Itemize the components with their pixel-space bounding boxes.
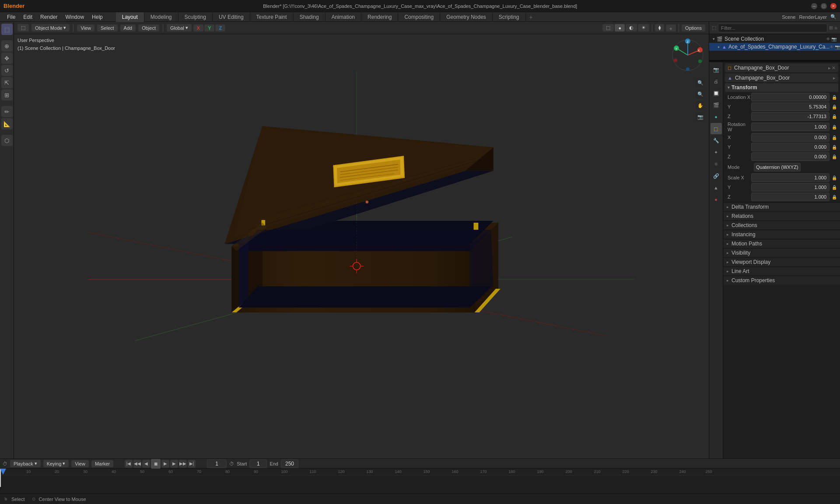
tab-geometry-nodes[interactable]: Geometry Nodes — [440, 12, 493, 22]
prop-tab-physics[interactable]: ⚛ — [710, 158, 722, 170]
tab-scripting[interactable]: Scripting — [493, 12, 526, 22]
outliner-item-scene-collection[interactable]: ▾ 🎬 Scene Collection 👁 📷 — [709, 35, 840, 43]
outliner-options-button[interactable]: ≡ — [835, 25, 837, 31]
toolbar-rotate[interactable]: ↺ — [1, 65, 13, 76]
object-menu-button[interactable]: Object — [138, 24, 159, 32]
collections-section[interactable]: ▸ Collections — [723, 220, 840, 230]
object-name-options[interactable]: ✕ — [832, 65, 836, 71]
pan-view-button[interactable]: ✋ — [696, 101, 705, 110]
prop-tab-scene[interactable]: 🎬 — [710, 99, 722, 111]
rotation-w-lock[interactable]: 🔒 — [830, 122, 838, 131]
jump-start-button[interactable]: |◀ — [125, 460, 133, 468]
location-x-lock[interactable]: 🔒 — [830, 93, 838, 102]
rotation-x-input[interactable] — [751, 133, 830, 142]
rotation-x-lock[interactable]: 🔒 — [830, 133, 838, 142]
location-y-input[interactable] — [751, 102, 830, 111]
instancing-section[interactable]: ▸ Instancing — [723, 230, 840, 239]
visibility-section[interactable]: ▸ Visibility — [723, 248, 840, 257]
close-button[interactable]: ✕ — [830, 3, 836, 9]
delta-transform-section[interactable]: ▸ Delta Transform — [723, 202, 840, 211]
maximize-button[interactable]: □ — [821, 3, 827, 9]
menu-file[interactable]: File — [4, 13, 19, 21]
menu-render[interactable]: Render — [37, 13, 61, 21]
viewport-shading-solid[interactable]: ● — [615, 24, 625, 32]
step-forward-button[interactable]: ▶▶ — [179, 460, 187, 468]
step-back-button[interactable]: ◀◀ — [133, 460, 141, 468]
transform-y-button[interactable]: Y — [204, 24, 214, 32]
marker-button[interactable]: Marker — [91, 460, 113, 467]
rotation-z-input[interactable] — [751, 152, 830, 161]
rotation-z-lock[interactable]: 🔒 — [830, 152, 838, 161]
navigation-gizmo[interactable]: X Y Z — [670, 38, 705, 73]
location-x-input[interactable] — [751, 93, 830, 102]
toolbar-annotate[interactable]: ✏ — [1, 106, 13, 117]
outliner-search[interactable] — [718, 24, 827, 32]
toolbar-transform[interactable]: ⊞ — [1, 89, 13, 101]
tab-animation[interactable]: Animation — [326, 12, 361, 22]
transform-z-button[interactable]: Z — [215, 24, 225, 32]
editor-type-button[interactable]: ⬚ — [18, 24, 29, 32]
start-frame-input[interactable] — [249, 459, 267, 468]
keying-button[interactable]: Keying ▾ — [43, 460, 69, 467]
toolbar-measure[interactable]: 📐 — [1, 118, 13, 130]
rotation-y-input[interactable] — [751, 143, 830, 151]
viewport-shading-wire[interactable]: ⬚ — [602, 24, 614, 32]
location-y-lock[interactable]: 🔒 — [830, 102, 838, 111]
location-z-lock[interactable]: 🔒 — [830, 112, 838, 121]
prop-tab-object[interactable]: ◻ — [710, 123, 722, 134]
object-name-browse[interactable]: ▸ — [828, 65, 831, 71]
prop-tab-constraints[interactable]: 🔗 — [710, 170, 722, 182]
rotation-w-input[interactable] — [751, 122, 830, 131]
outliner-item-object[interactable]: ▸ ▲ Ace_of_Spades_Champagne_Luxury_Ca...… — [709, 43, 840, 51]
mesh-name-browse[interactable]: ▸ — [833, 75, 836, 81]
tab-modeling[interactable]: Modeling — [144, 12, 178, 22]
tab-layout[interactable]: Layout — [116, 12, 144, 22]
prev-keyframe-button[interactable]: ◀ — [142, 460, 150, 468]
jump-end-button[interactable]: ▶| — [188, 460, 196, 468]
rotation-y-lock[interactable]: 🔒 — [830, 143, 838, 151]
prop-tab-modifier[interactable]: 🔧 — [710, 135, 722, 146]
menu-window[interactable]: Window — [62, 13, 88, 21]
toolbar-cursor[interactable]: ⊕ — [1, 40, 13, 52]
outliner-filter-button[interactable]: ⊞ — [829, 25, 833, 31]
viewport-area[interactable]: User Perspective (1) Scene Collection | … — [14, 34, 709, 458]
menu-edit[interactable]: Edit — [20, 13, 36, 21]
transform-x-button[interactable]: X — [193, 24, 203, 32]
zoom-in-button[interactable]: 🔍 — [696, 78, 705, 88]
prop-tab-material[interactable]: ● — [710, 194, 722, 205]
gizmo-toggle[interactable]: ⧫ — [655, 24, 664, 32]
overlay-toggle[interactable]: ⬦ — [666, 24, 676, 32]
search-button[interactable]: 🔍 — [830, 14, 836, 20]
current-frame-input[interactable] — [207, 459, 227, 468]
scale-z-input[interactable] — [751, 192, 830, 201]
tab-shading[interactable]: Shading — [294, 12, 326, 22]
location-z-input[interactable] — [751, 112, 830, 121]
toolbar-scale[interactable]: ⇱ — [1, 77, 13, 88]
prop-tab-output[interactable]: 🖨 — [710, 76, 722, 87]
play-button[interactable]: ▶ — [161, 460, 169, 468]
viewport-display-section[interactable]: ▸ Viewport Display — [723, 257, 840, 266]
outliner-visibility-eye[interactable]: 👁 — [826, 37, 830, 42]
add-menu-button[interactable]: Add — [120, 24, 136, 32]
menu-help[interactable]: Help — [88, 13, 106, 21]
prop-tab-particles[interactable]: ✦ — [710, 147, 722, 158]
scale-x-input[interactable] — [751, 173, 830, 182]
tab-compositing[interactable]: Compositing — [398, 12, 440, 22]
view-menu-button[interactable]: View — [77, 24, 94, 32]
next-keyframe-button[interactable]: ▶ — [170, 460, 178, 468]
options-button[interactable]: Options — [682, 24, 705, 32]
tab-texture-paint[interactable]: Texture Paint — [250, 12, 294, 22]
camera-view-button[interactable]: 📷 — [696, 112, 705, 122]
rotation-mode-select[interactable]: Quaternion (WXYZ) XYZ Euler XZY Euler YX… — [754, 163, 801, 172]
prop-tab-world[interactable]: ● — [710, 111, 722, 122]
global-transform-button[interactable]: Global ▾ — [167, 24, 192, 32]
add-tab-button[interactable]: + — [526, 12, 536, 22]
custom-properties-section[interactable]: ▸ Custom Properties — [723, 276, 840, 285]
line-art-section[interactable]: ▸ Line Art — [723, 266, 840, 276]
prop-tab-view[interactable]: 🔲 — [710, 88, 722, 99]
outliner-obj-camera[interactable]: 📷 — [835, 45, 840, 49]
tab-rendering[interactable]: Rendering — [361, 12, 398, 22]
tab-sculpting[interactable]: Sculpting — [178, 12, 213, 22]
outliner-obj-eye[interactable]: 👁 — [830, 45, 834, 49]
motion-paths-section[interactable]: ▸ Motion Paths — [723, 239, 840, 248]
